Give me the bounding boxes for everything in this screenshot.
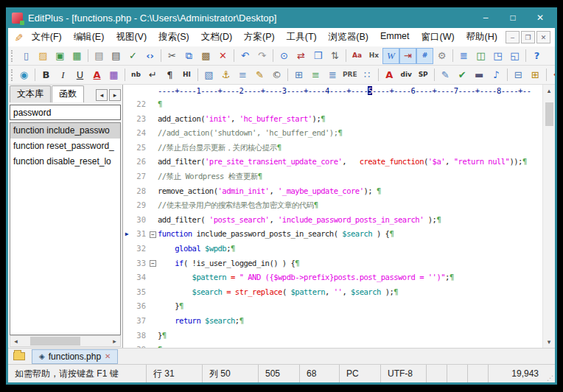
syntax-check-button[interactable]: ✔ bbox=[454, 67, 471, 83]
restore-document-button[interactable]: ❐ bbox=[521, 31, 535, 43]
paste-button[interactable]: ▩ bbox=[197, 48, 214, 64]
code-line-30[interactable]: 30add_filter( 'posts_search', 'include_p… bbox=[123, 213, 542, 228]
delete-button[interactable]: ✕ bbox=[214, 48, 231, 64]
code-line-33[interactable]: 33− if( !is_user_logged_in() ) {¶ bbox=[123, 256, 542, 271]
italic-button[interactable]: I bbox=[55, 67, 71, 83]
preformatted-button[interactable]: PRE bbox=[341, 67, 359, 83]
form-elements-button[interactable]: ⊞ bbox=[527, 67, 544, 83]
form-button[interactable]: ⊟ bbox=[510, 67, 527, 83]
code-line-22[interactable]: 22¶ bbox=[123, 97, 542, 112]
copyright-button[interactable]: © bbox=[268, 67, 285, 83]
replace-button[interactable]: ⇄ bbox=[293, 48, 310, 64]
word-wrap-button[interactable]: W bbox=[382, 48, 399, 64]
tab-scroll-left-button[interactable]: ◂ bbox=[96, 89, 108, 101]
spell-check-button[interactable]: ✓ bbox=[125, 48, 141, 64]
minimize-button[interactable]: – bbox=[475, 10, 497, 26]
find-button[interactable]: ⊙ bbox=[276, 48, 293, 64]
line-number-button[interactable]: # bbox=[416, 48, 433, 64]
align-center-button[interactable]: ≣ bbox=[324, 67, 341, 83]
print-button[interactable]: ▤ bbox=[108, 48, 125, 64]
toolbar-grip[interactable] bbox=[11, 69, 13, 81]
menu-item-3[interactable]: 搜索(S) bbox=[153, 29, 195, 45]
code-line-36[interactable]: 36 }¶ bbox=[123, 299, 542, 314]
code-line-31[interactable]: ▶31−function include_password_posts_in_s… bbox=[123, 227, 542, 242]
maximize-button[interactable]: □ bbox=[502, 10, 524, 26]
function-list-item-2[interactable]: function disable_reset_lo bbox=[10, 154, 120, 169]
copy-button[interactable]: ⧉ bbox=[181, 48, 197, 64]
menu-item-0[interactable]: 文件(F) bbox=[26, 29, 68, 45]
menu-item-1[interactable]: 编辑(E) bbox=[68, 29, 111, 45]
sidebar-horizontal-scrollbar[interactable]: ◂ ▸ bbox=[10, 335, 121, 347]
code-line-26[interactable]: 26add_filter('pre_site_transient_update_… bbox=[123, 155, 542, 169]
save-all-button[interactable]: ▦ bbox=[69, 48, 85, 64]
cut-button[interactable]: ✂ bbox=[164, 48, 181, 64]
print-preview-button[interactable]: ▤ bbox=[91, 48, 108, 64]
div-tag-button[interactable]: div bbox=[398, 67, 415, 83]
code-line-35[interactable]: 35 $search = str_replace( $pattern, '', … bbox=[123, 285, 542, 300]
toggle-case-button[interactable]: Aa bbox=[349, 48, 366, 64]
minimize-document-button[interactable]: – bbox=[506, 31, 520, 43]
find-in-files-button[interactable]: ❒ bbox=[310, 48, 326, 64]
non-breaking-space-button[interactable]: nb bbox=[127, 67, 144, 83]
browser-button[interactable]: ◉ bbox=[15, 67, 32, 83]
undo-button[interactable]: ↶ bbox=[237, 48, 253, 64]
auto-indent-button[interactable]: ⇥ bbox=[399, 48, 416, 64]
tab-functions-php[interactable]: ◈ functions.php ✕ bbox=[32, 349, 118, 364]
code-line-32[interactable]: 32 global $wpdb;¶ bbox=[123, 242, 542, 256]
close-button[interactable]: ✕ bbox=[529, 10, 551, 26]
close-document-button[interactable]: ✕ bbox=[536, 31, 550, 43]
toolbar-grip[interactable] bbox=[11, 50, 15, 62]
underline-button[interactable]: U bbox=[71, 67, 88, 83]
table-button[interactable]: ⊞ bbox=[290, 67, 307, 83]
code-line-34[interactable]: 34 $pattern = " AND ({$wpdb->prefix}post… bbox=[123, 270, 542, 285]
menu-item-8[interactable]: Emmet bbox=[374, 29, 416, 45]
folder-icon[interactable] bbox=[13, 352, 25, 360]
span-tag-button[interactable]: SP bbox=[415, 67, 432, 83]
scroll-down-icon[interactable]: ▾ bbox=[543, 336, 555, 348]
code-preview-button[interactable]: ◳ bbox=[489, 48, 506, 64]
function-filter-input[interactable] bbox=[10, 105, 121, 120]
editor-vertical-scrollbar[interactable]: ▴ ▾ bbox=[542, 85, 555, 348]
color-picker-button[interactable]: ▦ bbox=[105, 67, 122, 83]
code-line-38[interactable]: 38}¶ bbox=[123, 329, 542, 343]
script-button[interactable]: ✎ bbox=[437, 67, 454, 83]
menu-item-10[interactable]: 帮助(H) bbox=[461, 29, 503, 45]
menu-item-6[interactable]: 工具(T) bbox=[281, 29, 323, 45]
audio-button[interactable]: ♪ bbox=[488, 67, 505, 83]
tab-scroll-right-button[interactable]: ▸ bbox=[109, 89, 121, 101]
edit-memo-button[interactable]: ✎ bbox=[251, 67, 268, 83]
code-line-27[interactable]: 27//禁止 Wordpress 检查更新¶ bbox=[123, 169, 542, 184]
code-line-28[interactable]: 28remove_action('admin_init', '_maybe_up… bbox=[123, 184, 542, 199]
line-break-button[interactable]: ↵ bbox=[144, 67, 161, 83]
code-line-37[interactable]: 37 return $search;¶ bbox=[123, 314, 542, 329]
code-line-29[interactable]: 29//使未登录用户的搜索结果包含加密文章的代码¶ bbox=[123, 198, 542, 213]
menu-item-7[interactable]: 浏览器(B) bbox=[323, 29, 374, 45]
resize-grip[interactable]: ⋰ bbox=[545, 365, 555, 382]
tab-cliptext[interactable]: 文本库 bbox=[10, 85, 51, 102]
code-line-24[interactable]: 24//add_action('shutdown', 'hc_buffer_en… bbox=[123, 126, 542, 141]
scroll-up-icon[interactable]: ▴ bbox=[543, 85, 555, 97]
code-line-25[interactable]: 25//禁止后台显示更新，关闭核心提示¶ bbox=[123, 141, 542, 155]
menu-item-5[interactable]: 方案(P) bbox=[238, 29, 281, 45]
new-document-button[interactable]: ▯ bbox=[18, 48, 35, 64]
external-browser-button[interactable]: ◱ bbox=[506, 48, 523, 64]
bold-button[interactable]: B bbox=[38, 67, 55, 83]
image-button[interactable]: ▧ bbox=[200, 67, 217, 83]
plugins-button[interactable]: ❖ bbox=[549, 67, 555, 83]
preferences-button[interactable]: ⚙ bbox=[433, 48, 450, 64]
function-list-item-1[interactable]: function reset_password_ bbox=[10, 139, 120, 154]
scrollbar-thumb[interactable] bbox=[30, 337, 80, 346]
video-button[interactable]: ▬ bbox=[471, 67, 488, 83]
function-list-item-0[interactable]: function include_passwo bbox=[10, 123, 120, 139]
code-line-39[interactable]: 39¶ bbox=[123, 343, 542, 348]
align-left-button[interactable]: ≡ bbox=[307, 67, 324, 83]
hex-view-button[interactable]: Hx bbox=[366, 48, 382, 64]
horizontal-rule-button[interactable]: ≡ bbox=[234, 67, 251, 83]
open-file-button[interactable]: ▨ bbox=[35, 48, 52, 64]
view-source-button[interactable]: ‹› bbox=[141, 48, 158, 64]
font-color-button[interactable]: A bbox=[88, 67, 105, 83]
font-tag-button[interactable]: A bbox=[381, 67, 398, 83]
paragraph-button[interactable]: ¶ bbox=[161, 67, 178, 83]
menu-item-4[interactable]: 文档(D) bbox=[195, 29, 238, 45]
tab-close-icon[interactable]: ✕ bbox=[105, 352, 111, 360]
